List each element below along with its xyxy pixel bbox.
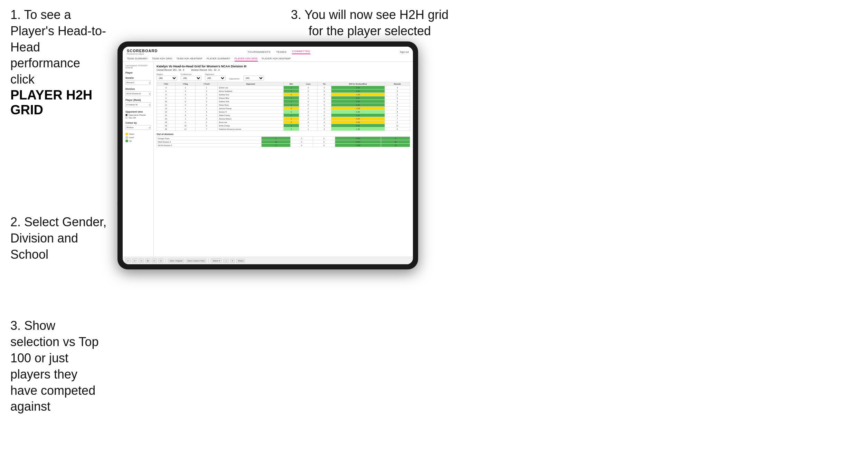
th-loss: Loss <box>299 82 318 86</box>
cell-rounds: 2 <box>385 107 410 110</box>
cell-name: Andrea York <box>218 100 283 103</box>
cell-loss: 0 <box>299 103 318 107</box>
cell-loss: 2 <box>299 107 318 110</box>
grid-area: Katelyn Vo Head-to-Head Grid for Women's… <box>154 62 413 257</box>
ood-cell-loss: 0 <box>291 140 313 144</box>
toolbar-share[interactable]: Share <box>236 259 245 263</box>
radio-dot-checked <box>125 114 128 116</box>
sub-player-h2h-grid[interactable]: PLAYER H2H GRID <box>235 56 258 61</box>
toolbar-view-original[interactable]: View: Original <box>168 259 184 263</box>
toolbar-refresh[interactable]: ↩ <box>152 258 157 263</box>
nav-teams[interactable]: TEAMS <box>276 50 286 54</box>
nav-tournaments[interactable]: TOURNAMENTS <box>247 50 271 54</box>
sub-player-h2h-heatmap[interactable]: PLAYER H2H HEATMAP <box>262 56 291 61</box>
toolbar-redo[interactable]: ↪ <box>139 258 144 263</box>
cell-conf: 6 <box>196 124 218 127</box>
toolbar-menu[interactable]: ≡ <box>230 259 235 263</box>
toolbar-watch[interactable]: Watch ▾ <box>211 258 221 263</box>
colour-by-select[interactable]: Win/loss <box>125 125 151 130</box>
sub-team-h2h-heatmap[interactable]: TEAM H2H HEATMAP <box>176 56 202 61</box>
table-row: 11 2 5 Heejo Hyun 1 0 0 3.33 3 <box>157 103 410 107</box>
cell-diff: 0.38 <box>331 110 385 114</box>
th-conf: # Conf <box>196 82 218 86</box>
cell-div: 18 <box>157 121 176 124</box>
cell-rounds: 7 <box>385 117 410 121</box>
cell-conf: 3 <box>196 93 218 96</box>
cell-tie: 0 <box>318 107 331 110</box>
toolbar-grid[interactable]: ⊞ <box>145 258 150 263</box>
cell-div: 19 <box>157 124 176 127</box>
ood-cell-tie: 0 <box>313 140 335 144</box>
sub-player-summary[interactable]: PLAYER SUMMARY <box>207 56 230 61</box>
legend-up-dot <box>125 140 128 142</box>
cell-loss: 0 <box>299 96 318 100</box>
toolbar-save-custom[interactable]: Save Custom View <box>186 259 207 263</box>
radio-top100[interactable]: Top 100 <box>125 117 151 119</box>
grid-subtitle: Overall Record: 353 - 34 - 6 Division Re… <box>157 69 410 71</box>
toolbar-time[interactable]: ⊙ <box>158 258 163 263</box>
th-rounds: Rounds <box>385 82 410 86</box>
cell-win: 1 <box>283 96 299 100</box>
cell-diff: -5.00 <box>331 121 385 124</box>
sub-team-h2h-grid[interactable]: TEAM H2H GRID <box>152 56 172 61</box>
gender-select[interactable]: Women's <box>125 80 151 85</box>
instructions-panel: 1. To see a Player's Head-to-Head perfor… <box>0 0 117 432</box>
sub-team-summary[interactable]: TEAM SUMMARY <box>127 56 148 61</box>
sidebar: Last Updated: 27/03/2024 16:55:38 Player… <box>123 62 154 257</box>
colour-by-section: Colour by Win/loss <box>125 122 151 130</box>
cell-reg: 2 <box>175 103 196 107</box>
gender-label: Gender <box>125 77 151 79</box>
opponent-label: Opponent <box>205 73 226 75</box>
step3-right-block: 3. You will now see H2H grid for the pla… <box>283 7 456 39</box>
cell-diff: 1.33 <box>331 127 385 131</box>
conference-select[interactable]: (All) <box>181 76 201 80</box>
cell-win: 1 <box>283 103 299 107</box>
cell-rounds: 3 <box>385 93 410 96</box>
cell-name: Jessica Huang <box>218 107 283 110</box>
table-row: 3 1 1 Esther Lee 1 0 0 1.50 4 <box>157 86 410 89</box>
division-select[interactable]: NCAA Division III <box>125 91 151 96</box>
radio-opponents-played[interactable]: Opponents Played <box>125 114 151 116</box>
region-filter: Region (All) <box>157 73 177 80</box>
table-row: 9 1 4 Sharon Mun 1 0 0 3.67 3 <box>157 96 410 100</box>
th-opponent: Opponent <box>218 82 283 86</box>
cell-tie: 0 <box>318 114 331 117</box>
nav-committee[interactable]: COMMITTEE <box>292 50 310 54</box>
cell-conf: 2 <box>196 89 218 93</box>
opponent-view-section: Opponent view Opponents Played Top 100 <box>125 111 151 119</box>
opponents-select[interactable]: (All) <box>243 76 264 80</box>
player-rank-select[interactable]: 8. Katelyn Vo <box>125 102 151 107</box>
cell-name: Sydney Kuo <box>218 93 283 96</box>
legend-down-dot <box>125 133 128 135</box>
toolbar-download[interactable]: ↓↑ <box>223 259 229 263</box>
ood-cell-diff: 7.400 <box>335 144 381 147</box>
table-row: 19 10 6 Emily Chang 4 1 0 0.30 11 <box>157 124 410 127</box>
division-label: Division <box>125 88 151 90</box>
legend-level: Level <box>125 136 151 139</box>
cell-diff: 3.67 <box>331 96 385 100</box>
cell-diff: 4.00 <box>331 100 385 103</box>
toolbar-undo1[interactable]: ↩ <box>125 258 131 263</box>
legend-level-dot <box>125 136 128 139</box>
cell-loss: 4 <box>299 121 318 124</box>
cell-reg: 2 <box>175 121 196 124</box>
cell-reg: 11 <box>175 127 196 131</box>
ood-cell-name: NAIA Division 1 <box>157 140 262 144</box>
cell-tie: 0 <box>318 124 331 127</box>
cell-name: Stella Cheng <box>218 114 283 117</box>
cell-reg: 7 <box>175 110 196 114</box>
cell-name: Jessica Mason <box>218 117 283 121</box>
table-row: 14 7 4 Eunice Yi 2 2 0 0.38 9 <box>157 110 410 114</box>
step1-text: 1. To see a Player's Head-to-Head perfor… <box>10 7 107 88</box>
step1-block: 1. To see a Player's Head-to-Head perfor… <box>10 7 107 117</box>
player-label: Player <box>125 72 151 74</box>
cell-loss: 0 <box>299 114 318 117</box>
toolbar-undo2[interactable]: ↩ <box>132 258 137 263</box>
region-select[interactable]: (All) <box>157 76 177 80</box>
opponent-select[interactable]: (All) <box>205 76 226 80</box>
cell-conf: 4 <box>196 110 218 114</box>
radio-opponents-label: Opponents Played <box>129 114 145 116</box>
cell-conf: 2 <box>196 121 218 124</box>
sign-out-link[interactable]: Sign out <box>400 51 409 53</box>
nav-links: TOURNAMENTS TEAMS COMMITTEE <box>247 50 310 54</box>
